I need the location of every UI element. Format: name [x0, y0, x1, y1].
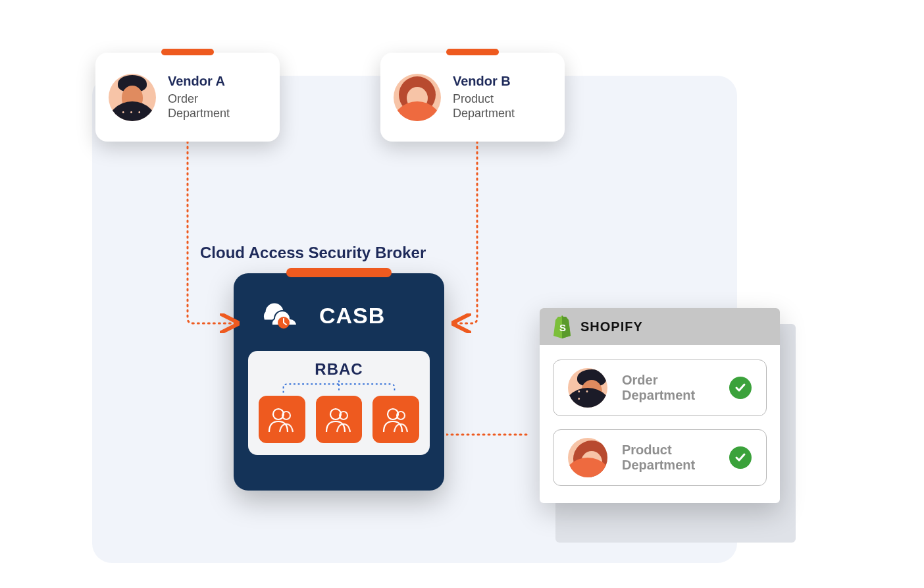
vendor-b-card: Vendor B Product Department — [380, 53, 565, 142]
vendor-a-dept: Order Department — [168, 92, 230, 121]
shopify-header: S SHOPIFY — [540, 308, 780, 345]
shopify-title: SHOPIFY — [580, 319, 643, 334]
shopify-panel: S SHOPIFY • • • Order Department Product… — [540, 308, 780, 503]
vendor-b-avatar — [394, 74, 441, 121]
shopify-row-product: Product Department — [553, 429, 767, 486]
shopify-row-product-avatar — [568, 438, 607, 477]
check-icon — [729, 377, 752, 399]
shopify-logo-icon: S — [552, 315, 573, 338]
shopify-row-order: • • • Order Department — [553, 360, 767, 416]
rbac-role-tile-1 — [259, 396, 305, 443]
vendor-a-card: • • • Vendor A Order Department — [95, 53, 280, 142]
rbac-links — [259, 379, 419, 396]
svg-text:S: S — [559, 322, 566, 333]
rbac-role-tile-2 — [316, 396, 363, 443]
vendor-a-avatar: • • • — [109, 74, 156, 121]
rbac-title: RBAC — [259, 360, 419, 379]
vendor-a-name: Vendor A — [168, 74, 230, 89]
vendor-b-name: Vendor B — [453, 74, 515, 89]
rbac-role-tile-3 — [372, 396, 419, 443]
vendor-b-dept: Product Department — [453, 92, 515, 121]
casb-label: CASB — [319, 303, 385, 329]
casb-title: Cloud Access Security Broker — [200, 244, 426, 262]
casb-cloud-icon — [253, 296, 306, 334]
check-icon — [729, 446, 752, 469]
shopify-row-order-avatar: • • • — [568, 368, 607, 408]
rbac-panel: RBAC — [248, 351, 430, 455]
shopify-row-product-label: Product Department — [622, 442, 715, 473]
shopify-row-order-label: Order Department — [622, 373, 715, 403]
casb-box: CASB RBAC — [234, 273, 444, 491]
